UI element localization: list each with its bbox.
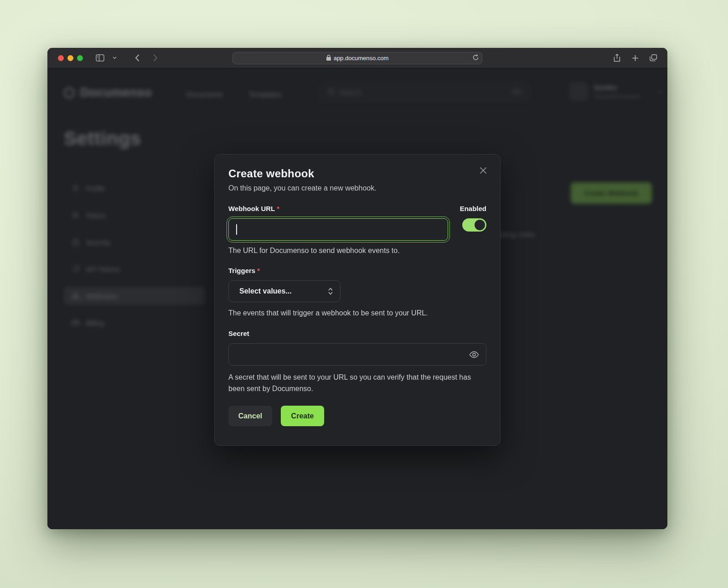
app-header: Documenso Documents Templates Search ⌘K … (47, 78, 667, 107)
zoom-window-button[interactable] (77, 55, 83, 61)
secret-label: Secret (228, 330, 486, 337)
brand[interactable]: Documenso (64, 86, 152, 100)
address-bar[interactable]: app.documenso.com (232, 52, 482, 64)
user-menu[interactable]: Gordon Personal Account (569, 82, 663, 101)
braces-icon (72, 265, 80, 273)
settings-sidebar: Profile Teams Security API Tokens Webhoo… (64, 179, 205, 332)
triggers-select-value: Select values... (239, 287, 292, 295)
lock-icon (326, 55, 331, 62)
browser-chrome: app.documenso.com (47, 48, 667, 68)
webhook-url-input[interactable] (228, 218, 448, 241)
chevron-down-icon (658, 88, 663, 96)
create-webhook-dialog: Create webhook On this page, you can cre… (214, 154, 501, 446)
nav-templates[interactable]: Templates (248, 91, 282, 99)
close-icon[interactable] (477, 165, 489, 176)
dialog-title: Create webhook (228, 167, 486, 180)
sidebar-toggle-icon[interactable] (93, 52, 107, 64)
app-page: Documenso Documents Templates Search ⌘K … (47, 68, 667, 529)
triggers-label: Triggers * (228, 267, 486, 274)
search-placeholder: Search (340, 88, 361, 96)
enabled-label: Enabled (460, 205, 486, 212)
unfold-icon (328, 288, 333, 295)
sidebar-item-security[interactable]: Security (64, 233, 205, 251)
required-asterisk: * (277, 205, 279, 212)
secret-helper: A secret that will be sent to your URL s… (228, 371, 475, 394)
share-icon[interactable] (610, 52, 624, 64)
sidebar-item-api-tokens[interactable]: API Tokens (64, 260, 205, 278)
url-text: app.documenso.com (334, 55, 389, 62)
documenso-logo-icon (64, 88, 75, 98)
credit-card-icon (72, 319, 80, 327)
forward-button[interactable] (149, 52, 162, 64)
avatar (569, 82, 588, 101)
webhook-url-helper: The URL for Documenso to send webhook ev… (228, 247, 486, 255)
back-button[interactable] (130, 52, 144, 64)
sidebar-chevron-icon[interactable] (108, 52, 121, 64)
create-button[interactable]: Create (281, 406, 324, 426)
secret-input[interactable] (228, 343, 486, 366)
toggle-knob (475, 220, 485, 230)
close-window-button[interactable] (58, 55, 64, 61)
sidebar-item-billing[interactable]: Billing (64, 314, 205, 332)
reload-icon[interactable] (473, 54, 479, 62)
required-asterisk: * (257, 267, 260, 274)
page-title: Settings (64, 128, 141, 150)
eye-icon[interactable] (468, 349, 480, 361)
user-name: Gordon (594, 84, 640, 91)
triggers-select[interactable]: Select values... (228, 280, 341, 302)
search-input[interactable]: Search ⌘K (319, 82, 531, 102)
sidebar-item-teams[interactable]: Teams (64, 206, 205, 224)
user-account-type: Personal Account (594, 93, 640, 100)
text-cursor (236, 224, 237, 235)
minimize-window-button[interactable] (67, 55, 73, 61)
search-shortcut: ⌘K (512, 88, 522, 96)
create-webhook-page-button[interactable]: Create Webhook (571, 182, 652, 204)
webhook-url-label: Webhook URL * (228, 205, 279, 212)
new-tab-icon[interactable] (628, 52, 642, 64)
traffic-lights (58, 55, 83, 61)
lock-icon (72, 238, 80, 246)
tab-overview-icon[interactable] (646, 52, 660, 64)
dialog-description: On this page, you can create a new webho… (228, 184, 486, 192)
webhook-icon (72, 292, 80, 300)
brand-name: Documenso (80, 86, 152, 100)
cancel-button[interactable]: Cancel (228, 406, 272, 426)
sidebar-item-profile[interactable]: Profile (64, 179, 205, 197)
enabled-toggle[interactable] (462, 218, 486, 232)
search-icon (328, 88, 335, 97)
user-icon (72, 184, 80, 192)
users-icon (72, 211, 80, 219)
browser-window: app.documenso.com (47, 48, 667, 529)
triggers-helper: The events that will trigger a webhook t… (228, 309, 486, 317)
sidebar-item-webhooks[interactable]: Webhooks (64, 287, 205, 305)
nav-documents[interactable]: Documents (186, 91, 223, 99)
